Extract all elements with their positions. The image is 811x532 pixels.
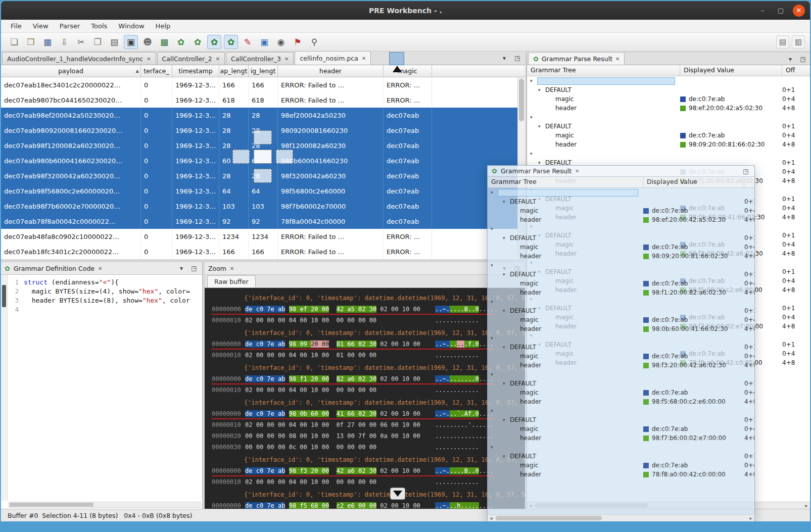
tree-row-root[interactable]: ▾ [488, 370, 754, 379]
scrollbar-thumb[interactable] [10, 503, 93, 507]
expand-icon[interactable]: ▾ [503, 343, 510, 352]
tree-row-struct[interactable]: ▾DEFAULT0+1 [527, 85, 810, 94]
scroll-track[interactable] [495, 515, 747, 521]
expand-icon[interactable]: ▾ [491, 370, 498, 379]
hex-line[interactable]: 00000000de c0 7e ab 98 ef 20 00 42 a5 02… [212, 304, 494, 315]
tree-row-struct[interactable]: ▾DEFAULT0+1 [488, 197, 754, 206]
cut-icon[interactable]: ✂ [74, 35, 88, 49]
panel-menu-icon[interactable]: ▾ [177, 264, 186, 273]
plugin-a-icon[interactable]: ✿ [174, 35, 188, 49]
tree-row-magic[interactable]: magicde:c0:7e:ab0+4 [488, 424, 754, 433]
packet-row[interactable]: dec07eab98f7b60002e70000020…01969-12-3…1… [1, 199, 525, 214]
hex-line[interactable]: 00000000de c0 7e ab 98 09 20 00 81 66 02… [212, 338, 494, 350]
hex-line[interactable]: 0000001002 00 00 00 04 00 10 00 00 00 00… [212, 476, 479, 488]
layout-right-icon[interactable]: ▥ [792, 35, 805, 49]
code-line[interactable]: 4 [9, 305, 202, 314]
menu-file[interactable]: File [5, 21, 27, 31]
column-header-cap[interactable]: ap_lengt [219, 65, 249, 77]
close-panel-icon[interactable]: ✕ [98, 266, 102, 271]
float-view-icon[interactable]: ▣ [124, 35, 138, 49]
code-line[interactable]: 3 header BYTES(size=(8), show="hex", col… [9, 296, 202, 305]
close-panel-icon[interactable]: ✕ [230, 266, 234, 271]
tree-row-header[interactable]: header78:f8:a0:00:42:c0:00:004+8 [488, 470, 754, 479]
tree-row-root[interactable]: ▾ [527, 76, 810, 85]
tree-row-header[interactable]: header98:09:20:00:81:66:02:304+8 [527, 140, 810, 149]
tree-row-header[interactable]: header98:09:20:00:81:66:02:304+8 [488, 252, 754, 261]
tab-close-icon[interactable]: ✕ [147, 56, 151, 62]
tab-close-icon[interactable]: ✕ [615, 56, 619, 62]
detach-icon[interactable]: ◳ [741, 167, 750, 176]
search-icon[interactable]: ⚲ [307, 35, 321, 49]
tab-close-icon[interactable]: ✕ [216, 56, 220, 62]
menu-tools[interactable]: Tools [85, 21, 113, 31]
hex-line[interactable]: 0000001002 00 00 00 04 00 10 00 00 00 00… [212, 384, 479, 396]
tree-row-magic[interactable]: magicde:c0:7e:ab0+4 [488, 243, 754, 252]
code-vscrollbar[interactable] [1, 275, 8, 501]
expand-icon[interactable]: ▾ [503, 270, 510, 279]
packet-row[interactable]: dec07eab78f8a00042c0000022…01969-12-3…92… [1, 214, 525, 229]
expand-icon[interactable]: ▾ [530, 149, 537, 158]
tree-row-struct[interactable]: ▾DEFAULT0+1 [488, 343, 754, 352]
floating-parse-result-window[interactable]: ✿ Grammar Parse Result ✕ ◳ Grammar TreeD… [487, 165, 755, 521]
tree-row-struct[interactable]: ▾DEFAULT0+1 [488, 379, 754, 388]
expand-icon[interactable]: ▾ [503, 452, 510, 461]
tree-row-root[interactable]: ▾ [488, 297, 754, 306]
hex-line[interactable]: 0000001002 00 00 00 04 00 10 00 01 00 00… [212, 350, 479, 361]
hex-line[interactable]: 0000002000 00 00 00 08 00 10 00 13 00 7f… [212, 430, 494, 442]
code-hscrollbar[interactable] [9, 502, 201, 508]
scroll-right-icon[interactable]: ▸ [747, 515, 754, 521]
inspect-icon[interactable]: ◉ [274, 35, 288, 49]
tree-row-magic[interactable]: magicde:c0:7e:ab0+4 [527, 94, 810, 104]
tree-row-struct[interactable]: ▾DEFAULT0+1 [488, 306, 754, 315]
expand-icon[interactable]: ▾ [503, 233, 510, 243]
detach-icon[interactable]: ◳ [798, 55, 807, 64]
tree-row-magic[interactable]: magicde:c0:7e:ab0+4 [488, 315, 754, 324]
code-line[interactable]: 1struct (endianness="<"){ [9, 278, 202, 287]
hex-viewer[interactable]: {'interface_id': 0, 'timestamp': datetim… [205, 288, 525, 509]
expand-icon[interactable]: ▾ [538, 85, 545, 94]
hex-line[interactable]: 00000000de c0 7e ab 98 f1 20 00 82 a6 02… [212, 373, 494, 384]
floating-window-titlebar[interactable]: ✿ Grammar Parse Result ✕ ◳ [488, 166, 754, 177]
tree-row-header[interactable]: header98:ef:20:00:42:a5:02:304+8 [527, 104, 810, 113]
column-header-ts[interactable]: timestamp [172, 65, 219, 77]
floating-hscrollbar[interactable]: ◂ ▸ [488, 514, 754, 521]
titlebar[interactable]: PRE Workbench - . – ▢ ✕ [1, 1, 810, 20]
hex-line[interactable]: 00000000de c0 7e ab 98 0b 60 00 41 66 02… [212, 408, 494, 419]
close-button[interactable]: ✕ [793, 5, 805, 17]
grammar-b-icon[interactable]: ✿ [224, 35, 238, 49]
expand-icon[interactable]: ▾ [491, 333, 498, 343]
marker-pen-icon[interactable]: ✎ [241, 35, 255, 49]
hex-line[interactable]: 0000001002 00 00 00 04 00 10 00 0f 27 00… [212, 419, 494, 430]
menu-help[interactable]: Help [150, 21, 176, 31]
hex-line[interactable]: 00000000de c0 7e ab 98 f3 20 00 42 a6 02… [212, 465, 494, 476]
packet-row[interactable]: dec07eab98ef200042a50230020…01969-12-3…2… [1, 108, 525, 123]
column-header-grammar-tree[interactable]: Grammar Tree [488, 177, 643, 187]
column-header-orig[interactable]: ig_lengt [249, 65, 278, 77]
tab-audiocontroller_1_handlevocoderinfo_sync[interactable]: AudioController_1_handleVocoderInfo_sync… [2, 52, 156, 65]
expand-icon[interactable]: ▾ [530, 76, 537, 85]
tree-row-root[interactable]: ▾ [488, 188, 754, 197]
tree-row-struct[interactable]: ▾DEFAULT0+1 [488, 415, 754, 424]
open-file-icon[interactable]: ❒ [24, 35, 38, 49]
expand-icon[interactable]: ▾ [491, 406, 498, 415]
run-user-icon[interactable]: ☻ [140, 35, 155, 49]
tree-row-magic[interactable]: magicde:c0:7e:ab0+4 [488, 279, 754, 288]
menu-parser[interactable]: Parser [54, 21, 86, 31]
tab-raw-buffer[interactable]: Raw buffer [207, 275, 256, 287]
tree-row-root[interactable]: ▾ [488, 443, 754, 452]
tree-row-root[interactable]: ▾ [488, 333, 754, 343]
minimize-button[interactable]: – [756, 5, 769, 17]
expand-icon[interactable]: ▾ [530, 113, 537, 122]
scrollbar-thumb[interactable] [496, 516, 602, 520]
tree-row-root[interactable]: ▾ [527, 113, 810, 122]
hex-line[interactable]: 0000001002 00 00 00 04 00 10 00 00 00 00… [212, 315, 479, 326]
column-header-off[interactable]: Off [782, 65, 810, 76]
hex-line[interactable]: 00000000de c0 7e ab 98 f5 68 00 c2 e6 00… [212, 500, 494, 509]
scrollbar-thumb[interactable] [519, 79, 524, 121]
tree-row-magic[interactable]: magicde:c0:7e:ab0+4 [488, 206, 754, 215]
save-icon[interactable]: ▦ [40, 35, 55, 49]
tree-row-struct[interactable]: ▾DEFAULT0+1 [488, 452, 754, 461]
column-header-grammar-tree[interactable]: Grammar Tree [527, 65, 680, 76]
packet-row[interactable]: dec07eab48fa8c0902c10000022…01969-12-3…1… [1, 229, 525, 244]
expand-icon[interactable]: ▾ [503, 197, 510, 206]
